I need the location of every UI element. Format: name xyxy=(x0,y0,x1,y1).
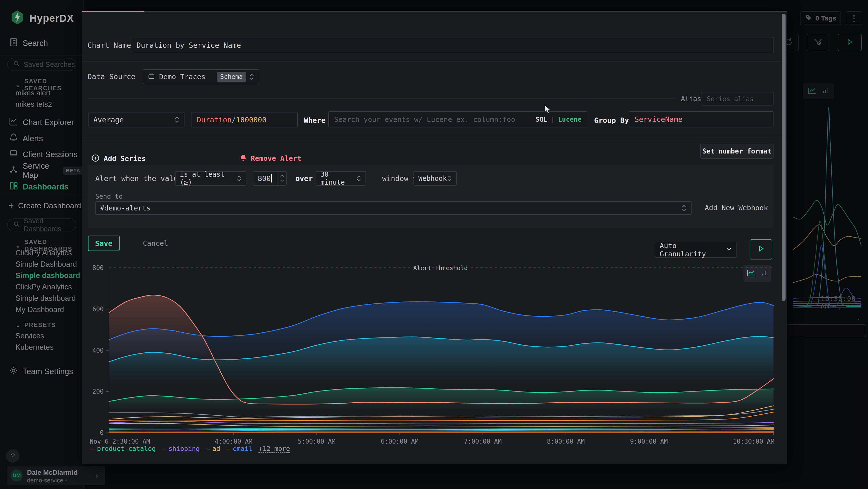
chart-legend: —product-catalog —shipping —ad —email +1… xyxy=(91,445,290,452)
legend-more-button[interactable]: +12 more xyxy=(259,445,290,452)
divider xyxy=(89,98,677,99)
chevron-down-icon xyxy=(726,246,732,254)
legend-item[interactable]: —shipping xyxy=(162,445,199,452)
cancel-button[interactable]: Cancel xyxy=(136,236,175,251)
edit-chart-modal: Chart Name Duration by Service Name Data… xyxy=(82,11,787,464)
send-to-label: Send to xyxy=(95,193,123,200)
select-chevrons-icon xyxy=(249,73,254,80)
app-screen: HyperDX Search Saved Searches ⌄ SAVED SE… xyxy=(0,0,868,489)
set-number-format-button[interactable]: Set number format xyxy=(700,144,774,159)
run-chart-button[interactable] xyxy=(750,239,772,259)
legend-item[interactable]: —product-catalog xyxy=(91,445,156,452)
over-label: over xyxy=(296,174,313,183)
divider xyxy=(82,137,787,137)
where-label: Where xyxy=(304,116,326,124)
chart-name-label: Chart Name xyxy=(88,41,131,50)
svg-text:200: 200 xyxy=(92,388,104,395)
sql-mode-button[interactable]: SQL xyxy=(535,116,547,123)
group-by-input[interactable]: ServiceName xyxy=(629,111,774,127)
alias-input[interactable]: Series alias xyxy=(701,92,774,106)
group-by-label: Group By xyxy=(594,116,629,124)
data-source-label: Data Source xyxy=(88,73,135,81)
alert-operator-select[interactable]: is at least (≥) xyxy=(175,171,246,185)
legend-item[interactable]: —ad xyxy=(206,445,220,452)
svg-text:4:00:00 AM: 4:00:00 AM xyxy=(215,438,252,444)
svg-text:10:30:00 AM: 10:30:00 AM xyxy=(733,438,774,444)
field-expression-input[interactable]: Duration/1000000 xyxy=(191,112,298,127)
svg-text:400: 400 xyxy=(92,347,104,354)
svg-text:6:00:00 AM: 6:00:00 AM xyxy=(381,438,418,444)
svg-text:9:00:00 AM: 9:00:00 AM xyxy=(630,438,668,444)
scrollbar-thumb[interactable] xyxy=(782,14,785,301)
svg-text:600: 600 xyxy=(92,306,104,313)
data-source-select[interactable]: Demo Traces Schema xyxy=(143,69,259,84)
alert-channel-select[interactable]: Webhook xyxy=(413,171,457,185)
modal-accent-bar xyxy=(82,11,787,12)
webhook-select[interactable]: #demo-alerts xyxy=(95,201,691,215)
granularity-select[interactable]: Auto Granularity xyxy=(655,241,737,258)
number-spinner[interactable] xyxy=(278,172,286,185)
text-caret xyxy=(271,174,272,182)
select-chevrons-icon xyxy=(237,175,242,182)
select-chevrons-icon xyxy=(447,175,452,182)
add-series-button[interactable]: Add Series xyxy=(91,154,146,164)
modal-scrollbar[interactable] xyxy=(782,14,785,461)
svg-text:8:00:00 AM: 8:00:00 AM xyxy=(547,438,585,444)
svg-text:5:00:00 AM: 5:00:00 AM xyxy=(298,438,336,444)
lucene-mode-button[interactable]: Lucene xyxy=(558,116,582,123)
play-icon xyxy=(757,245,765,254)
select-chevrons-icon xyxy=(356,175,361,182)
svg-text:Nov 6 2:30:00 AM: Nov 6 2:30:00 AM xyxy=(90,438,150,444)
timeseries-chart[interactable]: 0200400600800Nov 6 2:30:00 AM4:00:00 AM5… xyxy=(87,263,781,444)
save-button[interactable]: Save xyxy=(88,236,120,251)
archive-icon xyxy=(148,72,155,82)
alert-prefix-label: Alert when the value xyxy=(95,174,182,183)
mouse-cursor xyxy=(544,104,553,116)
alert-config-panel: Alert when the value is at least (≥) 800… xyxy=(88,165,774,228)
plus-circle-icon xyxy=(91,154,100,164)
alert-bell-icon xyxy=(239,154,247,163)
svg-text:800: 800 xyxy=(92,264,104,271)
divider xyxy=(82,61,787,62)
legend-item[interactable]: —email xyxy=(226,445,252,452)
schema-badge: Schema xyxy=(217,72,246,82)
alias-label: Alias xyxy=(681,95,701,103)
chart-name-input[interactable]: Duration by Service Name xyxy=(131,37,774,53)
add-new-webhook-button[interactable]: Add New Webhook xyxy=(705,204,768,212)
select-chevrons-icon xyxy=(174,116,180,123)
svg-text:0: 0 xyxy=(100,429,104,436)
select-chevrons-icon xyxy=(681,204,687,212)
aggregation-select[interactable]: Average xyxy=(89,112,184,127)
svg-text:7:00:00 AM: 7:00:00 AM xyxy=(464,438,502,444)
svg-text:Alert Threshold: Alert Threshold xyxy=(413,264,468,271)
alert-window-select[interactable]: 30 minute xyxy=(316,171,366,185)
remove-alert-button[interactable]: Remove Alert xyxy=(239,154,301,163)
alert-threshold-input[interactable]: 800 xyxy=(253,171,287,185)
